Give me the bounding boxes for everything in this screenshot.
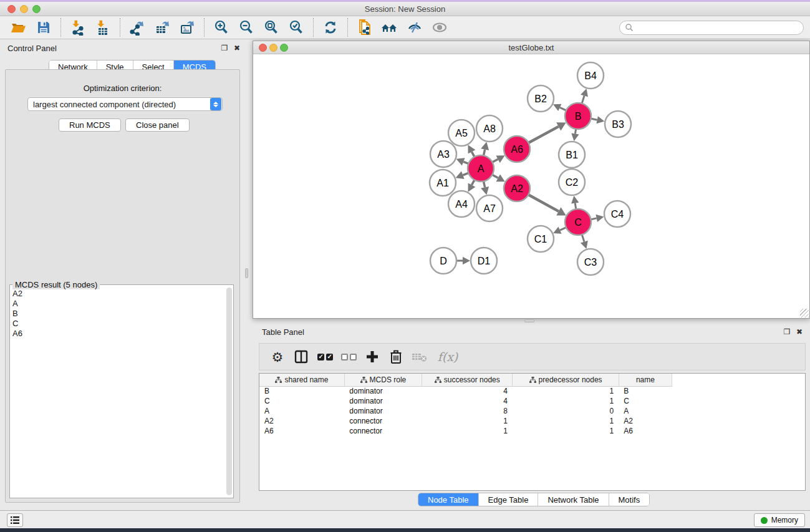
- column-header[interactable]: successor nodes: [422, 374, 513, 386]
- show-panels-button[interactable]: [427, 17, 452, 37]
- zoom-out-button[interactable]: [234, 17, 259, 37]
- graph-node-A3[interactable]: A3: [430, 141, 456, 167]
- graph-node-A4[interactable]: A4: [448, 191, 475, 217]
- graph-node-B2[interactable]: B2: [528, 85, 554, 112]
- horizontal-split-handle[interactable]: [524, 319, 534, 322]
- graph-node-C1[interactable]: C1: [528, 226, 554, 252]
- graph-node-A7[interactable]: A7: [476, 195, 503, 221]
- export-image-button[interactable]: [175, 17, 200, 37]
- close-panel-button[interactable]: Close panel: [125, 118, 190, 132]
- float-panel-icon[interactable]: ❐: [219, 44, 229, 52]
- table-row[interactable]: Adominator80A: [259, 406, 672, 416]
- mcds-list-scrollbar[interactable]: [226, 288, 232, 495]
- close-panel-icon[interactable]: ✖: [232, 44, 242, 52]
- svg-text:C3: C3: [584, 257, 597, 268]
- new-network-from-file-button[interactable]: [352, 17, 377, 37]
- delete-table-icon: [412, 351, 428, 362]
- table-row[interactable]: Bdominator41B: [259, 386, 672, 396]
- delete-table-button[interactable]: [408, 346, 432, 367]
- global-search-field[interactable]: [619, 21, 804, 35]
- network-graph[interactable]: B4B2BB3A5A8A6A3B1AA1C2A2A4A7CC4C1C3DD1: [253, 54, 809, 318]
- graph-node-B4[interactable]: B4: [577, 62, 604, 89]
- mcds-result-item[interactable]: A2: [12, 289, 224, 299]
- zoom-fit-button[interactable]: [259, 17, 284, 37]
- column-header[interactable]: shared name: [259, 374, 344, 386]
- home-button[interactable]: [377, 17, 402, 37]
- export-image-icon: [179, 19, 195, 36]
- tab-network-table[interactable]: Network Table: [538, 493, 609, 506]
- graph-node-B[interactable]: B: [565, 103, 591, 129]
- toolbar-separator: [204, 18, 205, 37]
- add-column-button[interactable]: [360, 346, 384, 367]
- mcds-result-item[interactable]: A: [12, 299, 224, 309]
- graph-node-A8[interactable]: A8: [476, 115, 503, 142]
- search-input[interactable]: [634, 23, 798, 32]
- table-row[interactable]: A2connector11A2: [259, 416, 672, 426]
- application-window: Session: New Session: [0, 0, 810, 532]
- graph-node-C[interactable]: C: [565, 209, 591, 235]
- open-file-button[interactable]: [6, 17, 31, 37]
- resize-grip[interactable]: [800, 309, 809, 317]
- tab-motifs[interactable]: Motifs: [609, 493, 650, 506]
- zoom-selected-icon: [288, 19, 304, 36]
- graph-node-B1[interactable]: B1: [559, 142, 585, 168]
- mcds-result-item[interactable]: B: [12, 309, 224, 319]
- mcds-result-box: MCDS result (5 nodes) A2ABCA6: [9, 284, 234, 498]
- svg-text:A6: A6: [511, 144, 523, 155]
- graph-edge-A2-C[interactable]: [528, 194, 559, 211]
- table-settings-button[interactable]: ⚙: [266, 346, 289, 367]
- graph-node-C3[interactable]: C3: [577, 249, 604, 275]
- function-builder-button[interactable]: f(x): [432, 346, 464, 367]
- column-header[interactable]: name: [619, 374, 672, 386]
- hide-panels-button[interactable]: [402, 17, 427, 37]
- network-window-titlebar[interactable]: testGlobe.txt: [253, 41, 809, 54]
- deselect-all-button[interactable]: [337, 346, 360, 367]
- run-mcds-button[interactable]: Run MCDS: [59, 118, 121, 132]
- node-table: shared nameMCDS rolesuccessor nodesprede…: [259, 373, 806, 491]
- edge-arrowhead-icon: [581, 89, 588, 97]
- export-table-button[interactable]: [150, 17, 175, 37]
- tab-node-table[interactable]: Node Table: [418, 493, 479, 506]
- table-close-icon[interactable]: ✖: [794, 327, 804, 336]
- table-float-icon[interactable]: ❐: [782, 327, 792, 336]
- zoom-in-button[interactable]: [209, 17, 234, 37]
- table-row[interactable]: A6connector11A6: [259, 426, 672, 436]
- main-toolbar: [0, 16, 810, 39]
- task-history-button[interactable]: [7, 513, 23, 527]
- mcds-result-title: MCDS result (5 nodes): [12, 280, 100, 289]
- delete-column-button[interactable]: [384, 346, 408, 367]
- split-columns-button[interactable]: [289, 346, 313, 367]
- graph-node-A6[interactable]: A6: [504, 136, 530, 162]
- save-session-button[interactable]: [31, 17, 56, 37]
- graph-node-B3[interactable]: B3: [605, 111, 631, 137]
- graph-node-A5[interactable]: A5: [448, 120, 475, 146]
- graph-node-A2[interactable]: A2: [504, 175, 530, 201]
- checked-boxes-icon: [317, 354, 333, 360]
- graph-node-D1[interactable]: D1: [471, 248, 497, 274]
- criterion-dropdown[interactable]: largest connected component (directed): [27, 97, 223, 111]
- network-window-title: testGlobe.txt: [253, 43, 809, 52]
- graph-edge-A6-B[interactable]: [528, 127, 559, 143]
- zoom-selected-button[interactable]: [284, 17, 309, 37]
- mcds-result-item[interactable]: C: [12, 319, 224, 329]
- table-row[interactable]: Cdominator41C: [259, 396, 672, 406]
- select-all-button[interactable]: [313, 346, 337, 367]
- graph-node-D[interactable]: D: [430, 248, 456, 274]
- graph-node-C4[interactable]: C4: [604, 201, 630, 227]
- graph-node-A1[interactable]: A1: [430, 170, 456, 196]
- list-icon: [10, 516, 20, 525]
- refresh-layout-button[interactable]: [318, 17, 343, 37]
- column-header[interactable]: MCDS role: [344, 374, 422, 386]
- toolbar-separator: [120, 18, 120, 37]
- graph-node-A[interactable]: A: [468, 155, 494, 181]
- graph-node-C2[interactable]: C2: [559, 169, 585, 195]
- memory-button[interactable]: Memory: [754, 513, 805, 527]
- mcds-result-item[interactable]: A6: [12, 329, 224, 339]
- svg-text:C4: C4: [611, 209, 624, 220]
- vertical-split-handle[interactable]: [245, 268, 248, 278]
- tab-edge-table[interactable]: Edge Table: [479, 493, 539, 506]
- column-header[interactable]: predecessor nodes: [513, 374, 619, 386]
- import-network-button[interactable]: [65, 17, 90, 37]
- import-table-button[interactable]: [90, 17, 115, 37]
- export-network-button[interactable]: [125, 17, 150, 37]
